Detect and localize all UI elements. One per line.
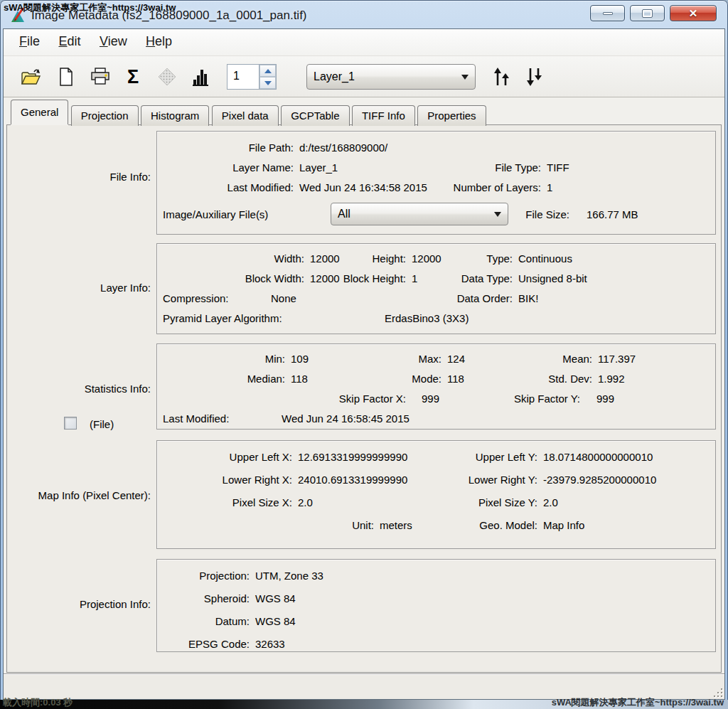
tab-general[interactable]: General xyxy=(11,100,68,124)
lower-right-y-value: -23979.9285200000010 xyxy=(543,474,656,488)
compression-label: Compression: xyxy=(163,292,229,306)
maximize-icon xyxy=(643,10,652,17)
printer-icon xyxy=(90,67,110,87)
new-document-button[interactable] xyxy=(53,64,79,90)
map-info-groupbox: Upper Left X: 12.6913319999999990 Upper … xyxy=(156,440,716,549)
spinner-down-button[interactable] xyxy=(259,77,276,89)
spheroid-value: WGS 84 xyxy=(255,592,296,607)
file-type-value: TIFF xyxy=(547,161,569,176)
arrows-down-icon xyxy=(525,67,543,87)
datum-label: Datum: xyxy=(157,615,250,629)
descend-layers-button[interactable] xyxy=(521,64,547,90)
tab-properties[interactable]: Properties xyxy=(417,105,486,126)
tab-gcptable[interactable]: GCPTable xyxy=(281,105,349,126)
stats-last-modified-label: Last Modified: xyxy=(163,412,229,427)
statistics-button[interactable]: Σ xyxy=(120,64,146,90)
watermark-top: sWA閱題解決專家工作室~https://3wai.tw xyxy=(4,1,176,14)
type-value: Continuous xyxy=(518,252,572,267)
aux-files-value: All xyxy=(338,208,350,220)
geo-model-value: Map Info xyxy=(543,519,584,533)
lower-right-y-label: Lower Right Y: xyxy=(395,474,537,488)
tab-strip: General Projection Histogram Pixel data … xyxy=(4,97,724,124)
watermark-bottom-left: 載入時間:0.03 秒 xyxy=(3,696,73,709)
data-order-label: Data Order: xyxy=(370,292,513,306)
status-bar xyxy=(4,673,724,699)
tab-projection[interactable]: Projection xyxy=(71,105,139,126)
spinner-up-button[interactable] xyxy=(259,65,276,77)
number-of-layers-value: 1 xyxy=(547,181,552,196)
skip-factor-x-label: Skip Factor X: xyxy=(264,393,406,407)
file-info-groupbox: File Path: d:/test/168809000/ Layer Name… xyxy=(156,131,716,235)
file-last-modified-label: Last Modified: xyxy=(157,181,294,196)
data-order-value: BIK! xyxy=(518,292,538,306)
projection-value: UTM, Zone 33 xyxy=(255,570,323,584)
close-icon: ✕ xyxy=(689,7,698,20)
unit-label: Unit: xyxy=(239,519,374,533)
upper-left-y-value: 18.0714800000000010 xyxy=(543,451,653,465)
print-button[interactable] xyxy=(87,64,113,90)
lower-right-x-label: Lower Right X: xyxy=(157,474,292,488)
stats-last-modified-value: Wed Jun 24 16:58:45 2015 xyxy=(282,412,410,427)
general-tab-page: File Info: Layer Info: Statistics Info: … xyxy=(6,124,722,673)
skip-factor-y-label: Skip Factor Y: xyxy=(438,393,580,407)
spinner-down-icon xyxy=(264,81,272,85)
std-dev-value: 1.992 xyxy=(598,373,625,387)
file-path-value: d:/test/168809000/ xyxy=(299,142,387,156)
tab-tiff-info[interactable]: TIFF Info xyxy=(352,105,415,126)
layer-name-label: Layer Name: xyxy=(157,161,294,176)
maximize-button[interactable] xyxy=(630,5,665,21)
spheroid-label: Spheroid: xyxy=(157,592,250,607)
layer-name-value: Layer_1 xyxy=(299,161,338,176)
statistics-section-label: Statistics Info: xyxy=(7,383,151,395)
image-metadata-window: Image Metadata (fs2_168809000_1a_0001_pa… xyxy=(0,0,728,709)
layer-number-input[interactable]: 1 xyxy=(228,65,259,89)
pyramid-algorithm-label: Pyramid Layer Algorithm: xyxy=(163,312,282,326)
open-file-button[interactable] xyxy=(18,64,43,90)
min-label: Min: xyxy=(157,353,285,367)
ascend-layers-button[interactable] xyxy=(488,64,514,90)
pixel-size-y-value: 2.0 xyxy=(543,496,558,511)
histogram-button[interactable] xyxy=(187,64,213,90)
skip-factor-y-value: 999 xyxy=(596,393,614,407)
menu-file[interactable]: File xyxy=(19,34,40,49)
upper-left-x-value: 12.6913319999999990 xyxy=(298,451,407,465)
tab-pixel-data[interactable]: Pixel data xyxy=(212,105,279,126)
pyramid-layers-icon xyxy=(157,67,177,87)
pyramid-layers-button[interactable] xyxy=(154,64,180,90)
data-type-label: Data Type: xyxy=(370,272,513,287)
menu-help[interactable]: Help xyxy=(146,34,172,49)
minimize-button[interactable] xyxy=(590,5,625,21)
lower-right-x-value: 24010.6913319999990 xyxy=(298,474,407,488)
datum-value: WGS 84 xyxy=(255,615,296,629)
histogram-icon xyxy=(190,67,210,87)
pixel-size-y-label: Pixel Size Y: xyxy=(395,496,537,511)
mean-label: Mean: xyxy=(450,353,592,367)
file-size-label: File Size: xyxy=(456,208,569,223)
menu-bar: File Edit View Help xyxy=(4,29,724,56)
median-label: Median: xyxy=(157,373,285,387)
menu-edit[interactable]: Edit xyxy=(58,34,80,49)
data-type-value: Unsigned 8-bit xyxy=(518,272,587,287)
number-of-layers-label: Number of Layers: xyxy=(363,181,541,196)
menu-view[interactable]: View xyxy=(100,34,127,49)
pyramid-algorithm-value: ErdasBino3 (3X3) xyxy=(385,312,469,326)
projection-groupbox: Projection: UTM, Zone 33 Spheroid: WGS 8… xyxy=(156,559,716,652)
geo-model-label: Geo. Model: xyxy=(395,519,537,533)
pixel-size-x-value: 2.0 xyxy=(298,496,313,511)
toolbar: Σ xyxy=(4,56,724,97)
type-label: Type: xyxy=(370,252,513,267)
pixel-size-x-label: Pixel Size X: xyxy=(157,496,292,511)
projection-label: Projection: xyxy=(157,570,250,584)
resize-grip[interactable] xyxy=(712,687,722,697)
aux-files-label: Image/Auxiliary File(s) xyxy=(163,208,268,223)
client-area: File Edit View Help xyxy=(3,28,725,700)
layer-selector-dropdown[interactable]: Layer_1 xyxy=(306,64,476,90)
skip-factor-x-value: 999 xyxy=(422,393,439,407)
tab-histogram[interactable]: Histogram xyxy=(141,105,209,126)
chevron-down-icon xyxy=(461,75,469,80)
layer-info-section-label: Layer Info: xyxy=(7,282,151,294)
close-button[interactable]: ✕ xyxy=(670,5,717,21)
statistics-file-checkbox[interactable] xyxy=(64,417,77,430)
minimize-icon xyxy=(603,12,613,15)
epsg-code-label: EPSG Code: xyxy=(157,638,250,652)
